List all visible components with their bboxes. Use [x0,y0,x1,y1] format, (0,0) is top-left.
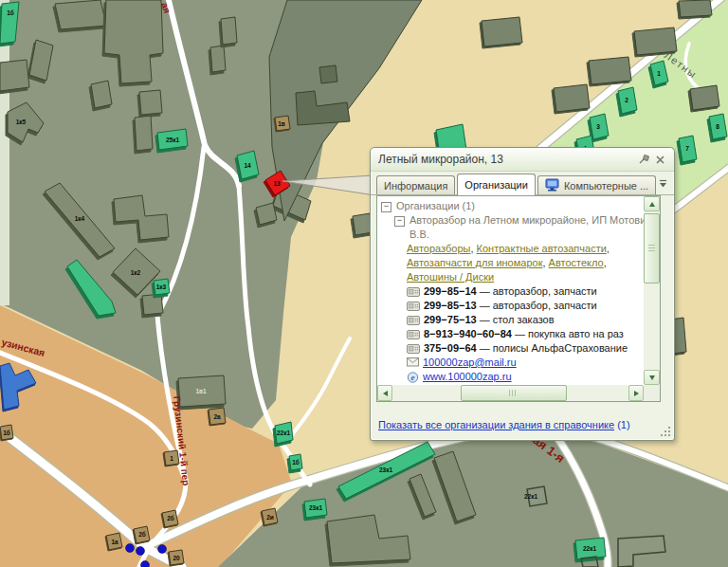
svg-text:1: 1 [657,70,661,77]
popup-footer: Показать все организации здания в справо… [378,419,630,430]
phone-row: 299−85−13—авторазбор, запчасти [407,299,644,313]
category-link[interactable]: Авторазборы [407,243,470,254]
phone-row: 299−75−13—стол заказов [407,313,644,327]
category-link[interactable]: Автозапчасти для иномарок [407,257,542,268]
svg-text:1к5: 1к5 [16,119,27,125]
tab-overflow-button[interactable] [657,177,669,190]
scrollbar-corner [644,385,660,401]
organization-panel: − Организации (1) − Авторазбор на Летном… [376,195,661,402]
collapse-icon[interactable]: − [381,202,391,212]
close-icon[interactable] [652,153,668,167]
svg-text:22к1: 22к1 [583,545,596,552]
zone-edge-strip [0,0,9,305]
phone-row: 375−09−64—полисы АльфаСтрахование [407,341,644,356]
tab-information[interactable]: Информация [376,175,455,194]
horizontal-scrollbar[interactable] [377,385,644,401]
horizontal-scrollbar-thumb[interactable] [461,385,567,401]
tab-computers[interactable]: Компьютерные ... [537,175,656,194]
svg-text:25к1: 25к1 [166,137,179,143]
phone-row: 8−913−940−60−84—покупка авто на раз [407,327,644,341]
show-all-organizations-link[interactable]: Показать все организации здания в справо… [378,419,614,430]
website-row: e www.100000zap.ru [407,370,644,384]
phone-icon [407,301,420,311]
popup-tabs: Информация Организации Компьютерные ... [371,172,674,195]
svg-text:20: 20 [173,555,180,561]
vertical-scrollbar[interactable] [644,196,660,385]
svg-text:1: 1 [170,455,173,462]
organization-list: − Организации (1) − Авторазбор на Летном… [377,196,644,385]
svg-text:1в1: 1в1 [195,388,207,394]
svg-text:2б: 2б [167,515,174,521]
svg-text:3: 3 [596,123,600,130]
svg-text:13: 13 [273,180,281,187]
tab-organizations[interactable]: Организации [457,174,536,195]
scroll-right-button[interactable] [628,385,644,401]
svg-text:2б: 2б [138,531,146,538]
phone-icon [407,343,420,354]
svg-text:2и: 2и [266,514,274,521]
email-icon [407,357,419,367]
map-application: 1б 25к1 1к5 1к4 1к2 1к3 14 13 1в 1в1 2а … [0,0,728,567]
tree-group-row: − Организации (1) [381,199,644,213]
category-link[interactable]: Автостекло [549,257,604,268]
scroll-up-button[interactable] [644,196,660,211]
svg-text:22к1: 22к1 [524,493,537,500]
vertical-scrollbar-thumb[interactable] [644,213,660,284]
svg-text:1к3: 1к3 [156,284,167,290]
phone-icon [407,329,420,339]
category-links: Авторазборы, Контрактные автозапчасти, А… [407,242,642,284]
scroll-left-button[interactable] [377,385,392,401]
pin-icon[interactable] [636,153,652,167]
phone-icon [407,315,420,325]
svg-text:1б: 1б [292,459,300,466]
svg-text:1к2: 1к2 [131,269,141,276]
email-row: 100000zap@mail.ru [407,356,644,370]
svg-text:22к1: 22к1 [277,430,290,436]
svg-text:1а: 1а [111,539,118,545]
svg-text:2: 2 [625,97,628,103]
svg-text:23к1: 23к1 [309,504,322,511]
svg-text:1к4: 1к4 [75,215,85,222]
email-link[interactable]: 100000zap@mail.ru [423,356,517,370]
category-link[interactable]: Контрактные автозапчасти [477,243,607,254]
svg-text:1б: 1б [7,9,14,16]
svg-text:7: 7 [685,145,689,152]
phone-row: 299−85−14—авторазбор, запчасти [407,284,644,299]
monitor-icon [545,178,560,193]
phone-icon [407,286,420,297]
collapse-icon[interactable]: − [394,216,405,227]
organization-name: Авторазбор на Летном микрорайоне, ИП Мот… [410,213,644,242]
group-label: Организации (1) [396,199,475,213]
resize-grip[interactable] [660,426,671,437]
category-link[interactable]: Автошины / Диски [407,271,494,283]
svg-text:14: 14 [244,162,251,169]
svg-text:1в: 1в [278,120,285,127]
organization-row[interactable]: − Авторазбор на Летном микрорайоне, ИП М… [394,213,644,242]
popup-titlebar[interactable]: Летный микрорайон, 13 [371,148,674,172]
globe-icon: e [407,372,419,383]
svg-text:2а: 2а [213,413,221,420]
organizations-count: (1) [617,419,629,430]
svg-text:8: 8 [716,123,719,130]
website-link[interactable]: www.100000zap.ru [423,370,512,384]
info-popup: Летный микрорайон, 13 Информация Организ… [370,147,675,441]
svg-text:23к1: 23к1 [379,466,392,473]
svg-text:1б: 1б [3,430,10,436]
scroll-down-button[interactable] [644,370,660,385]
svg-text:e: e [411,373,415,382]
popup-title: Летный микрорайон, 13 [378,153,636,166]
